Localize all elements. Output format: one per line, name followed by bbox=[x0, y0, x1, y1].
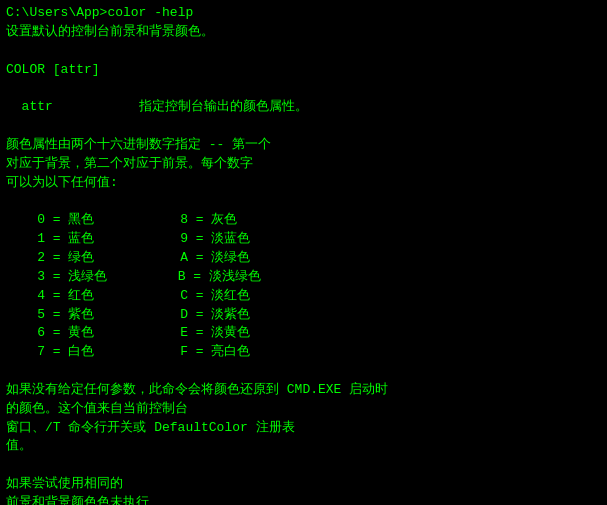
color-3-line: 3 = 浅绿色 B = 淡浅绿色 bbox=[6, 268, 601, 287]
hex-desc-line-1: 颜色属性由两个十六进制数字指定 -- 第一个 bbox=[6, 136, 601, 155]
color-0-line: 0 = 黑色 8 = 灰色 bbox=[6, 211, 601, 230]
empty-line-3 bbox=[6, 117, 601, 136]
note-line-1: 如果没有给定任何参数，此命令会将颜色还原到 CMD.EXE 启动时 bbox=[6, 381, 601, 400]
color-1-line: 1 = 蓝色 9 = 淡蓝色 bbox=[6, 230, 601, 249]
note-line-2: 的颜色。这个值来自当前控制台 bbox=[6, 400, 601, 419]
cmd-line: C:\Users\App>color -help bbox=[6, 4, 601, 23]
warn-line-2: 前景和背景颜色色未执行 bbox=[6, 494, 601, 505]
empty-line-6 bbox=[6, 456, 601, 475]
terminal-window: C:\Users\App>color -help 设置默认的控制台前景和背景颜色… bbox=[0, 0, 607, 505]
warn-line-1: 如果尝试使用相同的 bbox=[6, 475, 601, 494]
color-7-line: 7 = 白色 F = 亮白色 bbox=[6, 343, 601, 362]
empty-line-4 bbox=[6, 192, 601, 211]
note-line-3: 窗口、/T 命令行开关或 DefaultColor 注册表 bbox=[6, 419, 601, 438]
attr-desc-line: attr 指定控制台输出的颜色属性。 bbox=[6, 98, 601, 117]
color-2-line: 2 = 绿色 A = 淡绿色 bbox=[6, 249, 601, 268]
color-5-line: 5 = 紫色 D = 淡紫色 bbox=[6, 306, 601, 325]
empty-line-5 bbox=[6, 362, 601, 381]
desc-line: 设置默认的控制台前景和背景颜色。 bbox=[6, 23, 601, 42]
note-line-4: 值。 bbox=[6, 437, 601, 456]
empty-line-1 bbox=[6, 42, 601, 61]
color-4-line: 4 = 红色 C = 淡红色 bbox=[6, 287, 601, 306]
color-6-line: 6 = 黄色 E = 淡黄色 bbox=[6, 324, 601, 343]
hex-desc-line-3: 可以为以下任何值: bbox=[6, 174, 601, 193]
hex-desc-line-2: 对应于背景，第二个对应于前景。每个数字 bbox=[6, 155, 601, 174]
empty-line-2 bbox=[6, 79, 601, 98]
usage-line: COLOR [attr] bbox=[6, 61, 601, 80]
